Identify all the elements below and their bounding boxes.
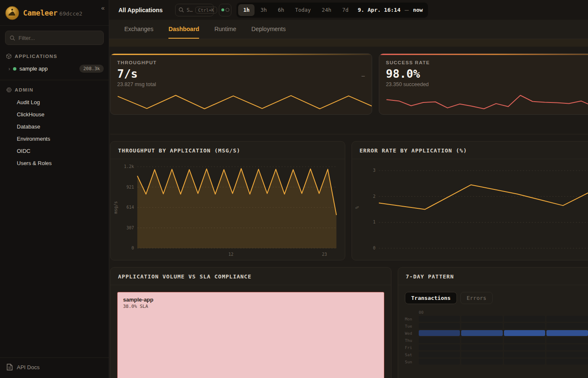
heatmap-cell bbox=[546, 316, 588, 322]
tabs-nav: ExchangesDashboardRuntimeDeployments bbox=[124, 20, 286, 39]
admin-nav: Audit LogClickHouseDatabaseEnvironmentsO… bbox=[0, 95, 109, 169]
heatmap-cell bbox=[419, 330, 460, 336]
kpi-sparkline bbox=[386, 94, 588, 110]
svg-text:23: 23 bbox=[322, 252, 327, 257]
time-range-6h-button[interactable]: 6h bbox=[273, 4, 289, 16]
api-docs-link[interactable]: API Docs bbox=[7, 364, 102, 370]
heatmap-cell bbox=[461, 352, 502, 357]
kpi-subtitle: 23.350 succeeded bbox=[386, 81, 588, 87]
dashboard-content: THROUGHPUT7/s–23.827 msg totalSUCCESS RA… bbox=[109, 47, 588, 378]
topbar: All Applications S… Ctrl+K 1h3h6hToday24… bbox=[109, 0, 588, 20]
connection-status-button[interactable] bbox=[219, 4, 231, 16]
heatmap-cell bbox=[546, 359, 588, 365]
heatmap-toggle-group: TransactionsErrors bbox=[405, 292, 588, 304]
time-from[interactable]: 9. Apr. 16:14 bbox=[354, 7, 404, 13]
kpi-sparkline bbox=[117, 94, 365, 110]
heatmap-day-label: Sat bbox=[405, 352, 417, 357]
svg-text:msg/s: msg/s bbox=[113, 201, 118, 214]
status-ring-icon bbox=[226, 8, 229, 12]
search-icon bbox=[178, 7, 184, 13]
panel-title: ERROR RATE BY APPLICATION (%) bbox=[352, 142, 588, 159]
treemap-node-sample-app[interactable]: sample-app 38.0% SLA bbox=[117, 292, 384, 378]
heatmap-cell bbox=[504, 323, 545, 329]
heatmap-cell bbox=[461, 337, 502, 343]
heatmap-hour-label: 00 bbox=[419, 310, 460, 315]
kbd-shortcut: Ctrl+K bbox=[195, 7, 217, 13]
sidebar-item-environments[interactable]: Environments bbox=[0, 133, 109, 145]
heatmap-day-label: Tue bbox=[405, 324, 417, 328]
search-icon bbox=[10, 35, 15, 41]
tab-bar: ExchangesDashboardRuntimeDeployments TOT… bbox=[109, 20, 588, 39]
heatmap-cell bbox=[546, 337, 588, 343]
tab-runtime[interactable]: Runtime bbox=[214, 20, 236, 39]
error-rate-chart-panel: ERROR RATE BY APPLICATION (%) 01231223% bbox=[352, 141, 588, 260]
heatmap-cell bbox=[461, 323, 502, 329]
section-divider bbox=[110, 134, 588, 134]
chevron-right-icon[interactable]: › bbox=[8, 66, 10, 72]
api-docs-label: API Docs bbox=[17, 364, 39, 370]
sidebar-item-users-roles[interactable]: Users & Roles bbox=[0, 157, 109, 169]
heatmap-cell bbox=[419, 359, 460, 365]
heatmap-toggle-errors[interactable]: Errors bbox=[460, 292, 493, 304]
time-range-today-button[interactable]: Today bbox=[290, 4, 316, 16]
throughput-line-chart: 03076149211.2k1223msg/s bbox=[111, 161, 344, 259]
sidebar-collapse-button[interactable]: « bbox=[101, 4, 105, 11]
svg-text:614: 614 bbox=[126, 205, 134, 210]
kpi-card-success-rate: SUCCESS RATE98.0%-2.0%23.350 succeeded bbox=[379, 53, 588, 115]
heatmap-cell bbox=[419, 316, 460, 322]
camel-logo-icon bbox=[5, 6, 19, 20]
svg-text:3: 3 bbox=[373, 168, 375, 173]
sidebar: Cameleer 69dcce2 « Filter... APPLICATION… bbox=[0, 0, 109, 378]
svg-text:1.2k: 1.2k bbox=[124, 164, 134, 169]
treemap-sla-value: 38.0% SLA bbox=[123, 304, 378, 309]
heatmap-cell bbox=[504, 344, 545, 350]
heatmap-cell bbox=[504, 316, 545, 322]
heatmap-cell bbox=[546, 352, 588, 357]
tab-dashboard[interactable]: Dashboard bbox=[168, 20, 199, 39]
kpi-card-throughput: THROUGHPUT7/s–23.827 msg total bbox=[110, 53, 372, 115]
heatmap-cell bbox=[504, 359, 545, 365]
kpi-subtitle: 23.827 msg total bbox=[117, 81, 365, 87]
time-range-3h-button[interactable]: 3h bbox=[255, 4, 272, 16]
heatmap-day-label: Sun bbox=[405, 360, 417, 364]
tab-exchanges[interactable]: Exchanges bbox=[124, 20, 153, 39]
tab-deployments[interactable]: Deployments bbox=[252, 20, 286, 39]
svg-text:12: 12 bbox=[228, 252, 234, 257]
svg-text:%: % bbox=[355, 206, 360, 209]
heatmap-cell bbox=[419, 323, 460, 329]
document-icon bbox=[7, 364, 13, 370]
heatmap-cell bbox=[504, 330, 545, 336]
panel-title: 7-DAY PATTERN bbox=[398, 268, 588, 285]
kpi-value: 98.0% bbox=[386, 67, 420, 80]
status-dot bbox=[13, 67, 16, 71]
sidebar-item-oidc[interactable]: OIDC bbox=[0, 145, 109, 157]
sidebar-item-sample-app[interactable]: › sample app 208.3k bbox=[0, 62, 109, 76]
time-to[interactable]: now bbox=[410, 7, 426, 13]
heatmap-cell bbox=[504, 337, 545, 343]
heatmap-cell bbox=[461, 316, 502, 322]
heatmap-cell bbox=[461, 344, 502, 350]
applications-section-label: APPLICATIONS bbox=[0, 47, 109, 62]
heatmap-cell bbox=[461, 330, 502, 336]
heatmap-day-label: Fri bbox=[405, 345, 417, 350]
weekly-heatmap: 000408121620MonTueWedThuFriSatSun bbox=[405, 310, 588, 365]
brand: Cameleer 69dcce2 bbox=[23, 9, 82, 17]
time-range-7d-button[interactable]: 7d bbox=[337, 4, 354, 16]
heatmap-toggle-transactions[interactable]: Transactions bbox=[405, 292, 457, 304]
time-range-1h-button[interactable]: 1h bbox=[238, 4, 255, 16]
heatmap-cell bbox=[461, 359, 502, 365]
treemap-panel: APPLICATION VOLUME VS SLA COMPLIANCE sam… bbox=[110, 267, 391, 378]
sidebar-item-clickhouse[interactable]: ClickHouse bbox=[0, 108, 109, 121]
admin-section-label: ADMIN bbox=[0, 80, 109, 95]
throughput-chart-panel: THROUGHPUT BY APPLICATION (MSG/S) 030761… bbox=[110, 141, 345, 260]
sidebar-item-audit-log[interactable]: Audit Log bbox=[0, 96, 109, 108]
time-range-24h-button[interactable]: 24h bbox=[317, 4, 336, 16]
heatmap-cell bbox=[504, 352, 545, 357]
global-search-input[interactable]: S… Ctrl+K bbox=[175, 4, 214, 16]
filter-input[interactable]: Filter... bbox=[5, 31, 104, 45]
svg-text:0: 0 bbox=[373, 246, 375, 250]
sidebar-item-database[interactable]: Database bbox=[0, 121, 109, 133]
kpi-delta: – bbox=[362, 73, 365, 79]
online-dot-icon bbox=[221, 8, 224, 11]
count-badge: 208.3k bbox=[79, 65, 104, 73]
